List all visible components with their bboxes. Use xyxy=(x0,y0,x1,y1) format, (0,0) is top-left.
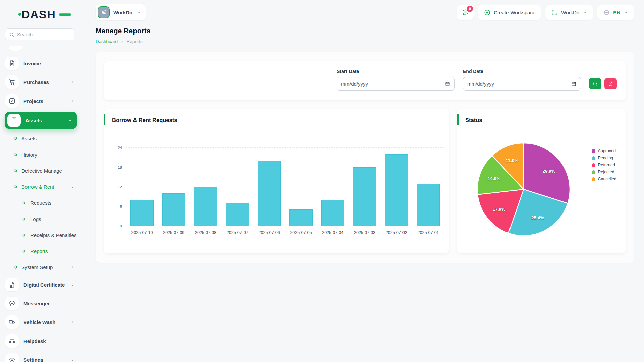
y-axis-tick-label: 12 xyxy=(118,185,122,189)
sidebar-item-assets[interactable]: Assets xyxy=(5,112,77,129)
pie-chart-card: Status 29.9%25.4%17.9%14.9%11.9% Approve… xyxy=(457,109,626,253)
sidebar-item-assets[interactable]: Assets xyxy=(0,130,80,146)
assets-icon xyxy=(7,114,21,127)
start-date-group: Start Date mm/dd/yyyy xyxy=(337,69,455,90)
language-selector[interactable]: EN xyxy=(597,5,634,20)
breadcrumb-current: Reports xyxy=(127,39,143,44)
calendar-icon[interactable] xyxy=(445,81,450,87)
sidebar-item-label: System Setup xyxy=(21,264,66,270)
bar-chart-card: Borrow & Rent Requests 06121824 2025-07-… xyxy=(104,109,449,253)
legend-item-rejected[interactable]: Rejected xyxy=(592,170,616,174)
workspace-selector[interactable]: WorkDo xyxy=(96,4,146,20)
x-axis-tick-label: 2025-07-04 xyxy=(317,230,349,235)
partial-menu-item[interactable] xyxy=(9,46,23,51)
bar-chart: 06121824 2025-07-102025-07-092025-07-082… xyxy=(104,130,449,244)
charts-row: Borrow & Rent Requests 06121824 2025-07-… xyxy=(104,109,626,253)
bullet-icon xyxy=(22,201,26,205)
logo-text: DASH xyxy=(21,8,56,21)
filter-card: Start Date mm/dd/yyyy End Date mm/dd/yyy… xyxy=(104,61,626,100)
apply-filter-button[interactable] xyxy=(589,78,601,89)
create-workspace-label: Create Workspace xyxy=(494,10,535,15)
x-axis-tick-label: 2025-07-06 xyxy=(253,230,285,235)
sidebar-item-projects[interactable]: Projects xyxy=(0,92,80,110)
legend-item-cancelled[interactable]: Cancelled xyxy=(592,177,616,181)
bar-2025-07-03 xyxy=(353,167,376,226)
topbar-actions: 0 Create Workspace WorkDo EN xyxy=(457,5,634,20)
breadcrumb-dashboard-link[interactable]: Dashboard xyxy=(96,39,118,44)
sidebar-item-vehicle-wash[interactable]: Vehicle Wash xyxy=(0,313,80,331)
bullet-icon xyxy=(13,153,17,157)
bar-2025-07-01 xyxy=(417,184,440,226)
legend-item-approved[interactable]: Approved xyxy=(592,148,616,153)
topbar: WorkDo 0 Create Workspace WorkDo xyxy=(96,0,634,25)
sidebar-search[interactable] xyxy=(5,28,74,40)
sidebar-item-label: Defective Manage xyxy=(21,168,75,174)
pie-slice-label: 29.9% xyxy=(543,169,555,174)
sidebar-item-receipts-penalties[interactable]: Receipts & Penalties xyxy=(0,227,80,243)
sidebar-item-label: Projects xyxy=(23,98,66,104)
sidebar-item-history[interactable]: History xyxy=(0,146,80,163)
sidebar-item-reports[interactable]: Reports xyxy=(0,243,80,259)
pie-slice-label: 17.9% xyxy=(493,207,505,212)
legend-item-returned[interactable]: Returned xyxy=(592,163,616,167)
bar-2025-07-08 xyxy=(194,187,217,226)
sidebar-item-label: Helpdesk xyxy=(23,338,75,344)
bar-2025-07-05 xyxy=(289,209,313,226)
sidebar-item-label: Settings xyxy=(23,357,66,362)
sidebar-item-messenger[interactable]: Messenger xyxy=(0,294,80,313)
reset-filter-button[interactable] xyxy=(604,78,617,89)
pie-chart-title: Status xyxy=(457,109,626,130)
sidebar-item-requests[interactable]: Requests xyxy=(0,195,80,211)
x-axis-tick-label: 2025-07-03 xyxy=(349,230,381,235)
sidebar-item-borrow-rent[interactable]: Borrow & Rent xyxy=(0,179,80,195)
calendar-icon[interactable] xyxy=(571,81,577,87)
create-workspace-button[interactable]: Create Workspace xyxy=(478,5,541,20)
chevron-right-icon xyxy=(70,80,75,84)
start-date-input[interactable]: mm/dd/yyyy xyxy=(337,77,455,90)
logo-dot-icon xyxy=(18,13,21,16)
plus-circle-icon xyxy=(484,9,491,16)
sidebar-item-logs[interactable]: Logs xyxy=(0,211,80,227)
bar-column-2025-07-07 xyxy=(221,148,253,226)
sidebar-item-system-setup[interactable]: System Setup xyxy=(0,259,80,275)
certificate-icon xyxy=(5,278,19,291)
chevron-down-icon xyxy=(582,10,587,15)
bars-layer xyxy=(126,148,444,226)
bar-2025-07-02 xyxy=(385,154,408,226)
sidebar-item-settings[interactable]: Settings xyxy=(0,350,80,362)
x-axis-tick-label: 2025-07-08 xyxy=(190,230,222,235)
end-date-input[interactable]: mm/dd/yyyy xyxy=(463,77,581,90)
bar-2025-07-09 xyxy=(162,193,185,226)
end-date-group: End Date mm/dd/yyyy xyxy=(463,69,581,90)
chat-badge: 0 xyxy=(467,6,473,12)
bullet-icon xyxy=(22,217,26,221)
invoice-icon xyxy=(5,57,19,70)
legend-item-pending[interactable]: Pending xyxy=(592,156,616,160)
bar-column-2025-07-09 xyxy=(158,148,190,226)
search-icon xyxy=(9,32,14,37)
bar-2025-07-07 xyxy=(226,203,249,226)
filter-buttons xyxy=(589,78,617,90)
chevron-right-icon xyxy=(70,265,75,269)
search-input[interactable] xyxy=(17,32,70,37)
pie-chart: 29.9%25.4%17.9%14.9%11.9% ApprovedPendin… xyxy=(457,130,626,253)
x-axis-tick-label: 2025-07-02 xyxy=(380,230,412,235)
workdo-dropdown[interactable]: WorkDo xyxy=(545,5,593,20)
sidebar-item-digital-certificate[interactable]: Digital Certificate xyxy=(0,275,80,294)
projects-icon xyxy=(5,94,19,108)
dash-logo: DASH xyxy=(21,8,65,21)
sidebar-item-helpdesk[interactable]: Helpdesk xyxy=(0,331,80,350)
chat-button[interactable]: 0 xyxy=(457,5,474,20)
bar-2025-07-10 xyxy=(130,200,154,226)
sidebar-item-label: Digital Certificate xyxy=(23,282,66,288)
chevron-right-icon xyxy=(70,184,75,189)
x-axis-tick-label: 2025-07-10 xyxy=(126,230,158,235)
sidebar-item-label: Receipts & Penalties xyxy=(30,232,76,238)
sidebar-item-defective-manage[interactable]: Defective Manage xyxy=(0,163,80,179)
x-axis-tick-label: 2025-07-07 xyxy=(221,230,253,235)
legend-label: Returned xyxy=(598,163,615,167)
legend-dot-icon xyxy=(592,170,595,174)
bar-column-2025-07-08 xyxy=(190,148,222,226)
sidebar-item-invoice[interactable]: Invoice xyxy=(0,54,80,73)
sidebar-item-purchases[interactable]: Purchases xyxy=(0,73,80,92)
